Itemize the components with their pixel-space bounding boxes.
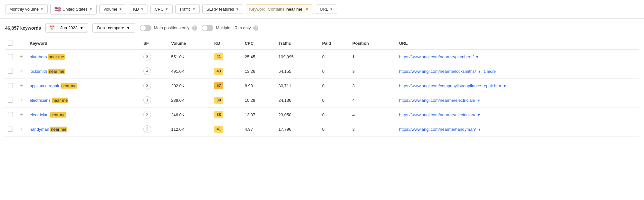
add-keyword-button[interactable]: +: [18, 53, 24, 60]
row-position: 3: [350, 122, 397, 137]
url-filter[interactable]: URL ▼: [316, 5, 337, 14]
keyword-text[interactable]: electrician near me: [30, 112, 66, 118]
row-url: https://www.angi.com/nearme/electrician/…: [397, 108, 639, 122]
traffic-filter[interactable]: Traffic ▼: [175, 5, 200, 14]
row-checkbox[interactable]: [8, 69, 13, 74]
header-traffic: Traffic: [276, 37, 320, 49]
row-cpc: 8.98: [242, 79, 276, 93]
country-label: United States: [62, 7, 88, 12]
row-cpc: 10.28: [242, 93, 276, 108]
add-keyword-button[interactable]: +: [18, 111, 24, 118]
url-link[interactable]: https://www.angi.com/nearme/handyman/: [399, 127, 476, 132]
row-checkbox-cell: [5, 122, 15, 137]
date-picker-button[interactable]: 📅 1 Jun 2023 ▼: [45, 23, 88, 33]
keyword-text[interactable]: appliance repair near me: [30, 83, 77, 89]
keyword-highlight: near me: [50, 127, 67, 132]
row-position: 4: [350, 93, 397, 108]
row-kd: 43: [212, 64, 242, 79]
row-cpc: 13.37: [242, 108, 276, 122]
row-paid: 0: [320, 93, 350, 108]
kd-badge: 41: [214, 126, 223, 133]
row-paid: 0: [320, 79, 350, 93]
select-all-checkbox[interactable]: [8, 41, 13, 46]
multiple-urls-toggle[interactable]: [202, 25, 213, 31]
url-dropdown-icon[interactable]: ▼: [503, 84, 506, 88]
row-url: https://www.angi.com/companylist/applian…: [397, 79, 639, 93]
kd-filter[interactable]: KD ▼: [129, 5, 148, 14]
header-paid: Paid: [320, 37, 350, 49]
url-link[interactable]: https://www.angi.com/nearme/electrician/: [399, 98, 475, 103]
row-paid: 0: [320, 122, 350, 137]
serp-features-filter[interactable]: SERP features ▼: [202, 5, 243, 14]
country-arrow-icon: ▼: [89, 7, 92, 11]
more-urls-link[interactable]: 1 more: [484, 69, 495, 74]
row-keyword: plumbers near me: [27, 49, 141, 64]
row-kd: 38: [212, 108, 242, 122]
date-label: 1 Jun 2023: [57, 25, 77, 30]
row-checkbox[interactable]: [8, 98, 13, 103]
keyword-text[interactable]: handyman near me: [30, 127, 67, 132]
row-traffic: 109,095: [276, 49, 320, 64]
row-traffic: 17,796: [276, 122, 320, 137]
row-kd: 41: [212, 49, 242, 64]
row-volume: 551.0K: [168, 49, 212, 64]
row-cpc: 25.45: [242, 49, 276, 64]
url-dropdown-icon[interactable]: ▼: [477, 99, 481, 102]
row-checkbox[interactable]: [8, 127, 13, 132]
keyword-chip-value: near me: [286, 7, 303, 12]
table-row: + plumbers near me 3 551.0K 41 25.45109,…: [5, 49, 639, 64]
keyword-table: Keyword SF Volume KD CPC Traffic Paid Po…: [5, 37, 639, 137]
row-checkbox-cell: [5, 49, 15, 64]
main-positions-toggle[interactable]: [140, 25, 151, 31]
compare-button[interactable]: Don't compare ▼: [92, 23, 135, 33]
calendar-icon: 📅: [50, 25, 55, 30]
row-volume: 491.0K: [168, 64, 212, 79]
row-plus-cell: +: [15, 49, 27, 64]
row-checkbox[interactable]: [8, 54, 13, 59]
monthly-volume-arrow-icon: ▼: [40, 7, 43, 11]
url-link[interactable]: https://www.angi.com/companylist/applian…: [399, 83, 501, 88]
row-url: https://www.angi.com/nearme/plumbers/ ▼: [397, 49, 639, 64]
url-link[interactable]: https://www.angi.com/nearme/locksmiths/: [399, 69, 476, 74]
cpc-filter[interactable]: CPC ▼: [150, 5, 172, 14]
add-keyword-button[interactable]: +: [18, 82, 24, 89]
add-keyword-button[interactable]: +: [18, 126, 24, 132]
url-dropdown-icon[interactable]: ▼: [477, 113, 481, 117]
row-url: https://www.angi.com/nearme/electrician/…: [397, 93, 639, 108]
main-positions-help-icon[interactable]: ?: [192, 25, 197, 31]
url-link[interactable]: https://www.angi.com/nearme/plumbers/: [399, 54, 474, 59]
row-volume: 239.0K: [168, 93, 212, 108]
monthly-volume-filter[interactable]: Monthly volume ▼: [5, 5, 48, 14]
row-checkbox[interactable]: [8, 83, 13, 88]
sf-badge: 3: [143, 82, 151, 90]
sf-badge: 1: [143, 96, 151, 104]
url-dropdown-icon[interactable]: ▼: [478, 70, 481, 73]
keyword-chip: Keyword: Contains near me ✕: [246, 5, 313, 14]
keyword-highlight: near me: [52, 98, 69, 103]
keyword-highlight: near me: [61, 83, 77, 89]
keyword-text[interactable]: plumbers near me: [30, 54, 65, 60]
keyword-text[interactable]: electricians near me: [30, 98, 68, 103]
row-plus-cell: +: [15, 108, 27, 122]
table-header-row: Keyword SF Volume KD CPC Traffic Paid Po…: [5, 37, 639, 49]
volume-filter[interactable]: Volume ▼: [99, 5, 126, 14]
date-arrow-icon: ▼: [80, 25, 84, 30]
row-keyword: handyman near me: [27, 122, 141, 137]
row-volume: 246.0K: [168, 108, 212, 122]
url-link[interactable]: https://www.angi.com/nearme/electrician/: [399, 112, 475, 117]
add-keyword-button[interactable]: +: [18, 68, 24, 74]
row-checkbox-cell: [5, 79, 15, 93]
url-dropdown-icon[interactable]: ▼: [478, 128, 481, 131]
row-position: 1: [350, 49, 397, 64]
keyword-text[interactable]: locksmith near me: [30, 69, 65, 74]
add-keyword-button[interactable]: +: [18, 97, 24, 103]
keyword-chip-close-button[interactable]: ✕: [304, 7, 310, 12]
row-sf: 3: [141, 49, 168, 64]
monthly-volume-label: Monthly volume: [9, 7, 39, 12]
url-dropdown-icon[interactable]: ▼: [476, 55, 479, 59]
country-filter[interactable]: 🇺🇸 United States ▼: [50, 4, 97, 14]
row-traffic: 23,050: [276, 108, 320, 122]
sub-bar: 46,857 keywords 📅 1 Jun 2023 ▼ Don't com…: [0, 19, 644, 37]
row-checkbox[interactable]: [8, 112, 13, 117]
multiple-urls-help-icon[interactable]: ?: [253, 25, 258, 31]
